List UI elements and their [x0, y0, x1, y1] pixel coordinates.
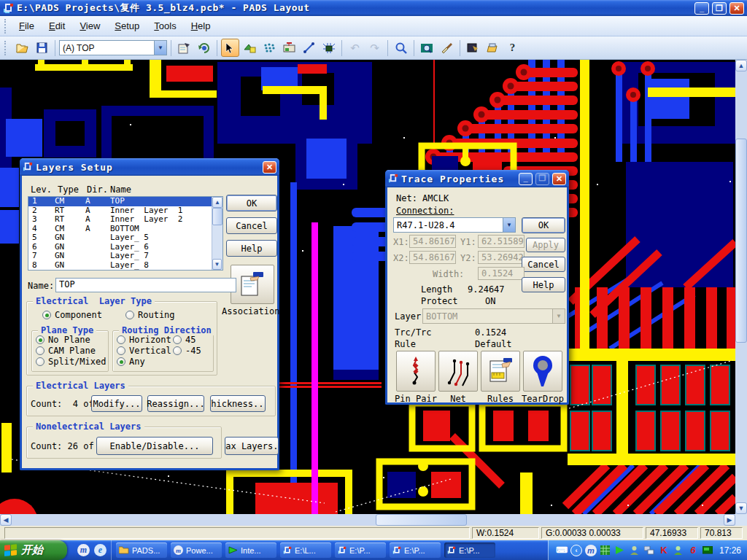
thickness-button[interactable]: Thickness...	[210, 395, 266, 412]
scroll-down-icon[interactable]: ▼	[735, 502, 747, 514]
scroll-up-icon[interactable]: ▲	[735, 60, 747, 71]
drafting-toolbar-button[interactable]	[241, 39, 259, 57]
taskbar-item-internet[interactable]: Inte...	[225, 542, 276, 558]
brush-button[interactable]	[438, 39, 456, 57]
restore-button[interactable]: ❐	[712, 2, 727, 15]
layers-setup-titlebar[interactable]: Layers Setup ✕	[20, 158, 279, 176]
undo-button[interactable]: ↶	[346, 39, 364, 57]
maxthon-icon[interactable]: m	[585, 545, 597, 556]
layer-row[interactable]: 1CMATOP	[28, 197, 222, 206]
radio-component[interactable]: Component	[42, 310, 102, 320]
qq-icon[interactable]: 6	[687, 545, 699, 556]
connection-selector[interactable]: R47.1-U28.4 ▼	[393, 217, 516, 233]
scroll-down-icon[interactable]: ▼	[212, 259, 222, 270]
messenger-icon[interactable]	[629, 545, 640, 556]
menu-help[interactable]: Help	[184, 18, 218, 34]
horizontal-scrollbar[interactable]: ◀ ▶	[0, 514, 735, 526]
user-icon[interactable]	[673, 545, 684, 556]
menu-tools[interactable]: Tools	[147, 18, 183, 34]
eco-toolbar-button[interactable]	[300, 39, 318, 57]
scroll-right-icon[interactable]: ▶	[724, 514, 735, 526]
ok-button[interactable]: OK	[522, 217, 565, 233]
taskbar-item-pads-folder[interactable]: PADS...	[116, 542, 167, 558]
radio-horizontal[interactable]: Horizontal	[117, 335, 171, 345]
keyboard-icon[interactable]: ⌨	[556, 545, 568, 556]
radio-routing[interactable]: Routing	[125, 310, 175, 320]
properties-button[interactable]	[175, 39, 193, 57]
scroll-left-icon[interactable]: ◀	[0, 514, 12, 526]
taskbar-item-pcb-active[interactable]: E:\P...	[444, 542, 495, 558]
taskbar-item-pcb-3[interactable]: E:\P...	[390, 542, 441, 558]
dimensioning-toolbar-button[interactable]	[280, 39, 298, 57]
verify-design-button[interactable]	[464, 39, 482, 57]
radio-cam-plane[interactable]: CAM Plane	[36, 346, 96, 356]
radio-vertical[interactable]: Vertical	[117, 346, 171, 356]
zoom-button[interactable]	[392, 39, 410, 57]
chevron-down-icon[interactable]: ▼	[154, 41, 166, 55]
net-button[interactable]	[438, 351, 478, 392]
trace-properties-titlebar[interactable]: Trace Properties _ ❐ ✕	[385, 170, 569, 187]
scroll-up-icon[interactable]: ▲	[212, 197, 222, 208]
radio-minus-45[interactable]: -45	[173, 346, 201, 356]
menu-file[interactable]: File	[12, 18, 42, 34]
layer-row[interactable]: 8GNLayer_ 8	[28, 261, 222, 271]
associations-button[interactable]	[231, 265, 274, 304]
toolbar-grip[interactable]	[4, 41, 9, 55]
display-icon[interactable]	[702, 545, 713, 556]
horizontal-scrollbar-thumb[interactable]	[376, 514, 467, 526]
maxthon-icon[interactable]: m	[77, 544, 90, 556]
radio-no-plane[interactable]: No Plane	[36, 335, 90, 345]
rules-button[interactable]	[481, 351, 520, 392]
cam-button[interactable]	[484, 39, 502, 57]
redo-button[interactable]: ↷	[365, 39, 384, 57]
modify-button[interactable]: Modify...	[91, 395, 142, 412]
board-view-button[interactable]	[418, 39, 436, 57]
name-field[interactable]: TOP	[55, 278, 236, 292]
list-scrollbar-thumb[interactable]	[212, 208, 222, 225]
layer-row[interactable]: 5GNLayer_ 5	[28, 233, 222, 243]
menu-setup[interactable]: Setup	[107, 18, 147, 34]
list-scrollbar[interactable]: ▲ ▼	[212, 197, 222, 270]
pin-pair-button[interactable]	[396, 351, 436, 392]
help-button[interactable]: Help	[226, 240, 277, 257]
open-button[interactable]	[13, 39, 31, 57]
vertical-scrollbar-thumb[interactable]	[735, 139, 747, 343]
layer-row[interactable]: 3RTAInner Layer 2	[28, 215, 222, 225]
close-button[interactable]: ✕	[729, 2, 744, 15]
cancel-button[interactable]: Cancel	[226, 217, 277, 234]
ok-button[interactable]: OK	[226, 195, 277, 211]
close-icon[interactable]: ✕	[263, 161, 276, 174]
layers-list[interactable]: 1CMATOP 2RTAInner Layer 1 3RTAInner Laye…	[28, 196, 223, 271]
chevron-down-icon[interactable]: ▼	[503, 218, 515, 232]
help-button[interactable]: ?	[503, 39, 522, 57]
layer-row[interactable]: 7GNLayer_ 7	[28, 252, 222, 261]
enable-disable-button[interactable]: Enable/Disable...	[96, 437, 213, 455]
vertical-scrollbar[interactable]: ▲ ▼	[735, 60, 747, 514]
menubar-grip[interactable]	[4, 19, 9, 34]
ie-icon[interactable]: e	[94, 544, 107, 556]
menu-edit[interactable]: Edit	[42, 18, 72, 34]
radio-any[interactable]: Any	[117, 357, 145, 367]
start-button[interactable]: 开始	[0, 540, 67, 560]
minimize-button[interactable]: _	[694, 2, 709, 15]
save-button[interactable]	[33, 39, 51, 57]
design-toolbar-button[interactable]	[260, 39, 279, 57]
network-icon[interactable]	[643, 545, 655, 556]
layer-selector[interactable]: (A) TOP ▼	[59, 40, 167, 55]
bga-toolbar-button[interactable]	[320, 39, 338, 57]
reassign-button[interactable]: Reassign...	[147, 395, 204, 412]
hide-icons-chevron[interactable]: ‹	[570, 545, 582, 556]
radio-split-mixed[interactable]: Split/Mixed	[36, 357, 106, 367]
max-layers-button[interactable]: Max Layers...	[225, 437, 279, 455]
menu-view[interactable]: View	[72, 18, 107, 34]
play-icon[interactable]	[614, 545, 626, 556]
pcb-viewport[interactable]: ▲ ▼ ◀ ▶ Layers Setup ✕ Lev. Type Dir. Na…	[0, 60, 747, 526]
taskbar-item-power[interactable]: m Powe...	[171, 542, 222, 558]
minimize-icon[interactable]: _	[519, 173, 533, 185]
radio-45[interactable]: 45	[173, 335, 196, 345]
kaspersky-icon[interactable]: K	[658, 545, 670, 556]
help-button[interactable]: Help	[522, 277, 565, 292]
taskbar-item-pcb-2[interactable]: E:\P...	[335, 542, 386, 558]
redraw-button[interactable]	[195, 39, 213, 57]
taskbar-item-pcb-1[interactable]: E:\L...	[280, 542, 331, 558]
